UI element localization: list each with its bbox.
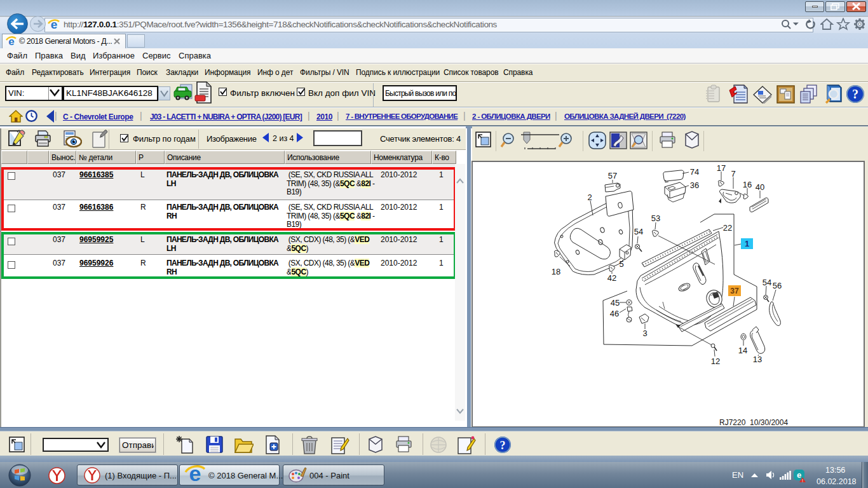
svg-text:18: 18 — [552, 267, 560, 276]
svg-text:14: 14 — [738, 346, 747, 355]
svg-text:13: 13 — [753, 355, 762, 364]
svg-text:46: 46 — [610, 309, 619, 318]
svg-text:54: 54 — [763, 278, 771, 287]
svg-text:42: 42 — [607, 273, 616, 283]
svg-text:1: 1 — [745, 239, 749, 248]
svg-text:!: ! — [802, 478, 803, 483]
svg-text:37: 37 — [730, 287, 739, 295]
svg-text:74: 74 — [690, 167, 699, 177]
svg-text:36: 36 — [690, 180, 699, 190]
svg-text:16: 16 — [743, 180, 752, 189]
svg-text:e: e — [797, 470, 801, 480]
svg-text:56: 56 — [773, 281, 782, 290]
svg-text:?: ? — [852, 87, 858, 101]
svg-text:RJ7220 10/30/2004: RJ7220 10/30/2004 — [719, 418, 788, 426]
svg-text:2: 2 — [587, 193, 592, 202]
svg-text:7: 7 — [731, 169, 735, 179]
svg-text:53: 53 — [651, 214, 660, 223]
svg-text:45: 45 — [611, 298, 620, 308]
svg-text:12: 12 — [711, 356, 720, 366]
svg-text:?: ? — [500, 439, 506, 452]
svg-text:54: 54 — [634, 227, 643, 236]
svg-text:17: 17 — [717, 163, 726, 173]
svg-text:57: 57 — [608, 171, 617, 180]
svg-text:5: 5 — [619, 259, 623, 269]
svg-text:40: 40 — [756, 182, 764, 192]
svg-text:3: 3 — [642, 329, 647, 338]
svg-text:22: 22 — [723, 223, 732, 233]
